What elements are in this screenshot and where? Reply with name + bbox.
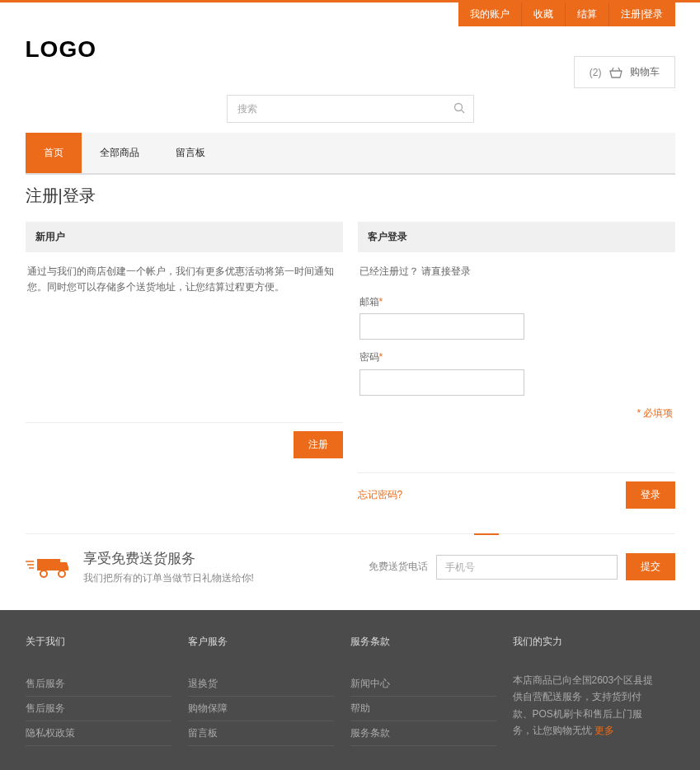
- cart-count: (2): [590, 67, 602, 78]
- email-label: 邮箱*: [359, 294, 674, 310]
- login-button[interactable]: 登录: [626, 481, 675, 509]
- nav-tab[interactable]: 首页: [26, 133, 82, 173]
- svg-rect-2: [37, 559, 60, 570]
- top-nav-item[interactable]: 结算: [566, 2, 609, 26]
- footer-link[interactable]: 隐私权政策: [26, 721, 171, 746]
- promo-title: 享受免费送货服务: [83, 549, 254, 568]
- password-field[interactable]: [359, 369, 524, 396]
- footer-link[interactable]: 退换货: [188, 672, 334, 697]
- footer-link[interactable]: 售后服务: [26, 697, 171, 721]
- footer-link[interactable]: 新闻中心: [350, 672, 496, 697]
- footer-link[interactable]: 服务条款: [350, 721, 496, 746]
- top-nav-item[interactable]: 我的账户: [458, 2, 522, 26]
- password-label: 密码*: [359, 350, 674, 365]
- logo[interactable]: LOGO: [26, 36, 96, 63]
- cart-button[interactable]: (2) 购物车: [574, 56, 675, 88]
- new-user-desc: 通过与我们的商店创建一个帐户，我们有更多优惠活动将第一时间通知您。同时您可以存储…: [26, 252, 343, 307]
- footer-link[interactable]: 留言板: [188, 721, 334, 746]
- nav-tab[interactable]: 全部商品: [82, 133, 157, 173]
- submit-button[interactable]: 提交: [626, 553, 675, 580]
- login-panel: 客户登录 已经注册过？ 请直接登录 邮箱* 密码* * 必填项 忘记密码? 登录: [358, 222, 675, 509]
- promo-sub: 我们把所有的订单当做节日礼物送给你!: [83, 571, 254, 585]
- svg-point-0: [454, 103, 462, 110]
- register-button[interactable]: 注册: [294, 431, 343, 458]
- basket-icon: [608, 67, 623, 78]
- new-user-head: 新用户: [26, 222, 343, 252]
- new-user-panel: 新用户 通过与我们的商店创建一个帐户，我们有更多优惠活动将第一时间通知您。同时您…: [26, 222, 343, 509]
- email-field[interactable]: [359, 313, 524, 340]
- page-title: 注册|登录: [26, 175, 675, 222]
- footer-link[interactable]: 购物保障: [188, 697, 334, 721]
- footer-link[interactable]: 售后服务: [26, 672, 171, 697]
- nav-tabs: 首页全部商品留言板: [26, 133, 675, 175]
- search-input[interactable]: [227, 95, 474, 123]
- footer-col-head: 我们的实力: [513, 635, 659, 649]
- search-button[interactable]: [444, 95, 474, 123]
- search-icon: [453, 102, 465, 116]
- footer-link[interactable]: 帮助: [350, 697, 496, 721]
- footer-col-head: 服务条款: [350, 635, 496, 649]
- truck-icon: [26, 556, 68, 579]
- top-nav-item[interactable]: 注册|登录: [609, 2, 674, 26]
- promo-phone-label: 免费送货电话: [369, 560, 428, 574]
- svg-point-3: [40, 570, 47, 577]
- phone-input[interactable]: [436, 555, 618, 580]
- more-link[interactable]: 更多: [594, 725, 614, 736]
- top-nav-item[interactable]: 收藏: [522, 2, 566, 26]
- footer-strength-text: 本店商品已向全国2603个区县提供自营配送服务，支持货到付款、POS机刷卡和售后…: [513, 672, 659, 739]
- svg-line-1: [461, 110, 464, 113]
- login-prompt: 已经注册过？ 请直接登录: [359, 264, 674, 279]
- forgot-password-link[interactable]: 忘记密码?: [358, 488, 403, 502]
- footer-col-head: 客户服务: [188, 635, 334, 649]
- required-note: * 必填项: [359, 406, 674, 421]
- footer-col-head: 关于我们: [26, 635, 171, 649]
- login-head: 客户登录: [358, 222, 675, 252]
- nav-tab[interactable]: 留言板: [157, 133, 223, 173]
- svg-point-4: [59, 570, 65, 577]
- cart-label: 购物车: [630, 65, 660, 79]
- top-nav: 我的账户收藏结算注册|登录: [26, 2, 675, 26]
